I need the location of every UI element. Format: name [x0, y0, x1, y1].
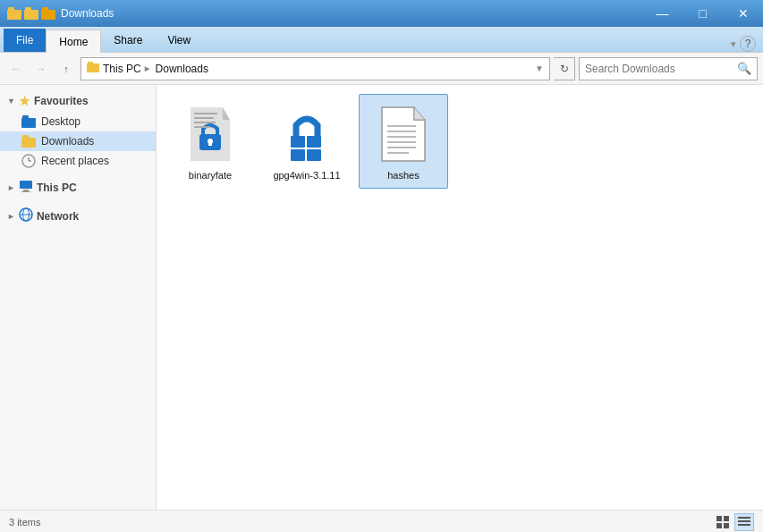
svg-rect-2 [8, 12, 21, 13]
search-icon[interactable]: 🔍 [737, 62, 751, 75]
svg-rect-6 [42, 7, 48, 11]
network-chevron: ► [7, 212, 15, 221]
svg-rect-18 [21, 191, 30, 192]
address-bar: ← → ↑ This PC ► Downloads ▼ ↻ 🔍 [0, 53, 763, 85]
content-area: binaryfate gpg4win-3.1.11 [157, 85, 763, 510]
file-grid: binaryfate gpg4win-3.1.11 [165, 94, 754, 189]
sidebar-item-recent[interactable]: Recent places [0, 151, 156, 171]
file-item-gpg[interactable]: gpg4win-3.1.11 [262, 94, 352, 189]
thispc-chevron: ► [7, 183, 15, 192]
svg-marker-36 [414, 107, 425, 120]
ribbon-help-icon[interactable]: ? [740, 36, 756, 52]
window-icon3 [41, 7, 55, 20]
svg-rect-17 [23, 190, 29, 191]
recent-places-icon [21, 154, 36, 168]
svg-rect-0 [7, 10, 21, 20]
tab-share[interactable]: Share [101, 29, 155, 52]
path-downloads[interactable]: Downloads [156, 63, 208, 75]
svg-rect-37 [387, 125, 416, 127]
favourites-star-icon: ★ [19, 94, 30, 108]
svg-rect-26 [208, 141, 212, 146]
title-bar: Downloads — □ ✕ [0, 0, 763, 27]
view-details-button[interactable] [734, 513, 754, 531]
window-icon [7, 7, 21, 20]
svg-rect-10 [22, 115, 29, 120]
ribbon-chevron: ▾ ? [731, 36, 763, 52]
sidebar-thispc-header[interactable]: ► This PC [0, 176, 156, 198]
maximize-button[interactable]: □ [682, 0, 723, 27]
svg-rect-33 [291, 149, 305, 161]
search-input[interactable] [585, 63, 733, 75]
minimize-button[interactable]: — [642, 0, 682, 27]
svg-rect-38 [387, 131, 416, 132]
svg-rect-4 [25, 7, 31, 11]
downloads-sidebar-label: Downloads [41, 135, 94, 148]
sidebar-favourites-header[interactable]: ▼ ★ Favourites [0, 90, 156, 112]
recent-places-label: Recent places [41, 155, 109, 167]
file-item-binaryfate[interactable]: binaryfate [165, 94, 255, 189]
view-large-icons-button[interactable] [713, 513, 733, 531]
refresh-button[interactable]: ↻ [554, 57, 575, 80]
thispc-label-sidebar: This PC [37, 182, 77, 194]
sidebar: ▼ ★ Favourites Desktop Downloads Recent … [0, 85, 157, 510]
favourites-chevron: ▼ [7, 97, 15, 106]
network-label: Network [37, 210, 79, 223]
file-label-hashes: hashes [387, 170, 419, 181]
ribbon-tabs: File Home Share View ▾ ? [0, 27, 763, 52]
svg-rect-28 [194, 117, 214, 119]
desktop-label: Desktop [41, 115, 81, 128]
svg-rect-8 [88, 62, 93, 65]
ribbon: File Home Share View ▾ ? [0, 27, 763, 53]
title-bar-left: Downloads [7, 7, 114, 20]
svg-rect-45 [716, 523, 722, 528]
file-icon-gpg [275, 102, 339, 166]
up-button[interactable]: ↑ [55, 58, 77, 80]
path-arrow-1: ► [143, 63, 152, 73]
status-bar: 3 items [0, 510, 763, 532]
window-icon2 [24, 7, 38, 20]
search-box[interactable]: 🔍 [579, 57, 758, 80]
desktop-folder-icon [21, 114, 36, 129]
file-label-binaryfate: binaryfate [189, 170, 232, 181]
downloads-folder-icon [21, 134, 36, 148]
title-bar-icon [7, 7, 55, 20]
sidebar-item-downloads[interactable]: Downloads [0, 131, 156, 151]
svg-rect-48 [738, 520, 750, 522]
svg-rect-32 [307, 136, 321, 148]
window-title: Downloads [61, 7, 114, 20]
tab-home[interactable]: Home [46, 30, 101, 53]
svg-rect-16 [20, 181, 32, 189]
svg-rect-1 [8, 7, 14, 11]
file-item-hashes[interactable]: hashes [359, 94, 448, 189]
file-icon-hashes [371, 102, 436, 166]
tab-view[interactable]: View [155, 29, 203, 52]
svg-rect-41 [387, 147, 416, 148]
sidebar-item-desktop[interactable]: Desktop [0, 112, 156, 131]
thispc-pc-icon [19, 180, 33, 195]
address-path[interactable]: This PC ► Downloads ▼ [81, 57, 550, 80]
ribbon-expand-icon[interactable]: ▾ [731, 38, 736, 50]
svg-rect-44 [724, 516, 729, 521]
file-icon-binaryfate [178, 102, 242, 166]
sidebar-network-header[interactable]: ► Network [0, 204, 156, 228]
main-layout: ▼ ★ Favourites Desktop Downloads Recent … [0, 85, 763, 510]
title-bar-controls: — □ ✕ [642, 0, 763, 27]
forward-button[interactable]: → [30, 58, 52, 80]
svg-rect-27 [194, 113, 217, 114]
path-dropdown-icon[interactable]: ▼ [535, 63, 544, 73]
svg-rect-29 [194, 122, 216, 123]
svg-rect-3 [24, 10, 38, 20]
svg-rect-43 [716, 516, 722, 521]
close-button[interactable]: ✕ [723, 0, 763, 27]
svg-rect-39 [387, 136, 416, 138]
thispc-label: This PC [103, 63, 141, 75]
svg-marker-23 [223, 107, 230, 120]
back-button[interactable]: ← [5, 58, 27, 80]
svg-rect-5 [41, 10, 55, 20]
tab-file[interactable]: File [4, 29, 46, 52]
svg-rect-12 [22, 135, 29, 139]
file-label-gpg: gpg4win-3.1.11 [273, 170, 340, 181]
path-thispc[interactable]: This PC ► [103, 63, 152, 75]
downloads-label: Downloads [156, 63, 208, 75]
svg-rect-31 [291, 136, 305, 148]
